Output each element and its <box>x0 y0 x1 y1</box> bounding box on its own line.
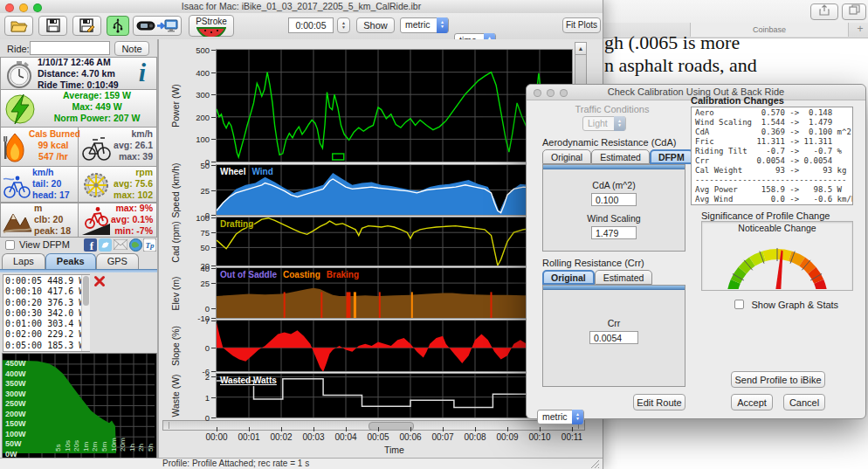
power-norm: Norm Power: 207 W <box>38 113 156 124</box>
show-button[interactable]: Show <box>356 17 395 33</box>
mail-icon[interactable] <box>114 239 127 250</box>
dialog-units-select[interactable]: metric▲▼ <box>537 410 584 424</box>
power-ytick: 100 <box>182 134 210 144</box>
hscroll-thumb[interactable] <box>369 422 414 431</box>
title-bar[interactable]: Isaac for Mac: iBike_01_03_2017_2205_5_k… <box>0 0 603 14</box>
horizontal-scrollbar[interactable] <box>162 420 585 431</box>
crr-input[interactable] <box>589 331 638 344</box>
legend-wasted-watts: Wasted Watts <box>220 376 277 385</box>
cda-tab-dfpm-fit[interactable]: DFPM Fit <box>650 149 693 164</box>
crr-tab-estimated[interactable]: Estimated <box>595 270 653 285</box>
google-earth-icon[interactable] <box>129 238 142 252</box>
trainingpeaks-icon[interactable]: Tp <box>143 238 156 252</box>
crr-tab-original[interactable]: Original <box>542 270 595 285</box>
twitter-icon[interactable] <box>99 238 112 252</box>
open-file-button[interactable] <box>4 16 33 36</box>
tick-mark <box>211 268 216 269</box>
cancel-button[interactable]: Cancel <box>783 394 825 410</box>
dialog-close-button[interactable] <box>534 89 541 97</box>
tick-mark <box>211 139 216 140</box>
peaks-scrollbar[interactable] <box>81 275 90 351</box>
peak-row[interactable]: 0:10:00 163.8 W <box>5 351 87 352</box>
plot-cad[interactable] <box>217 217 572 266</box>
svg-text:Tp: Tp <box>146 241 155 250</box>
speed-unit: km/h <box>109 128 153 140</box>
time-stepper[interactable]: ▲▼ <box>337 17 350 33</box>
tick-mark <box>211 371 216 372</box>
peak-row[interactable]: 0:01:00 303.4 W <box>5 319 87 329</box>
cadence-max: max: 102 <box>111 190 153 201</box>
minimize-button[interactable] <box>19 3 28 12</box>
scroll-up-button[interactable]: ▲ <box>575 43 586 55</box>
note-button[interactable]: Note <box>114 41 149 56</box>
edit-route-button[interactable]: Edit Route <box>633 394 685 410</box>
calibration-row: Avg Power 158.9 -> 98.5 W <box>695 185 849 195</box>
save-button[interactable] <box>38 16 67 36</box>
accept-button[interactable]: Accept <box>731 394 773 410</box>
device-to-computer-button[interactable] <box>133 16 182 36</box>
sidebar-tab-laps[interactable]: Laps <box>2 253 45 269</box>
dialog-minimize-button[interactable] <box>547 89 555 97</box>
speed-axis-label: Speed (km/h) <box>170 162 181 217</box>
elev-axis-label: Elev (m) <box>170 276 181 310</box>
dialog-zoom-button[interactable] <box>560 89 568 97</box>
power-ytick: 300 <box>182 90 210 100</box>
calibration-row: CdA 0.369 -> 0.100 m^2 <box>695 128 849 137</box>
fit-plots-button[interactable]: Fit Plots <box>562 17 601 33</box>
legend-drafting: Drafting <box>220 219 253 229</box>
tick-mark <box>507 427 508 431</box>
tick-mark <box>211 397 216 398</box>
pstroke-button[interactable]: PStroke <box>189 15 234 37</box>
time-window-input[interactable] <box>288 17 334 33</box>
zoom-button[interactable] <box>33 3 42 12</box>
elev-ytick: 40 <box>182 264 210 273</box>
plot-power[interactable] <box>217 50 572 162</box>
ride-name-input[interactable] <box>30 41 110 55</box>
tab-overview-button[interactable] <box>842 3 866 20</box>
wind-scaling-input[interactable] <box>591 226 637 239</box>
delete-peak-button[interactable] <box>93 275 106 287</box>
status-bar: Profile: Profile Attached; rec rate = 1 … <box>0 458 603 469</box>
units-select[interactable]: metric▲▼ <box>400 17 449 33</box>
peak-row[interactable]: 0:00:20 376.3 W <box>5 298 87 308</box>
ride-datetime: 1/10/17 12:46 AM <box>38 57 128 68</box>
peak-row[interactable]: 0:00:30 342.0 W <box>5 308 87 319</box>
show-graph-checkbox[interactable] <box>734 300 744 309</box>
cda-tab-original[interactable]: Original <box>542 149 591 164</box>
cadence-unit: rpm <box>111 167 153 178</box>
cda-input[interactable] <box>591 193 637 206</box>
resize-grip-icon[interactable] <box>590 459 600 469</box>
waste-ytick: 1 <box>182 393 210 403</box>
cad-axis-label: Cad (rpm) <box>170 221 181 262</box>
close-button[interactable] <box>5 3 14 12</box>
traffic-conditions-select[interactable]: Light▲▼ <box>582 116 626 131</box>
legend-wheel: Wheel <box>220 167 245 176</box>
usb-download-button[interactable] <box>107 16 129 36</box>
sidebar-tab-peaks[interactable]: Peaks <box>45 253 96 269</box>
slope-ytick: 0 <box>182 343 210 353</box>
power-summary-box: Average: 159 W Max: 449 W Norm Power: 20… <box>0 89 157 128</box>
stopwatch-icon <box>4 60 34 88</box>
plot-slope[interactable] <box>217 321 572 371</box>
tick-mark <box>346 427 347 431</box>
facebook-icon[interactable]: f <box>84 238 97 252</box>
peak-row[interactable]: 0:00:05 448.9 W <box>5 276 87 286</box>
x-axis-title: Time <box>373 445 417 455</box>
cda-tab-estimated[interactable]: Estimated <box>591 149 650 164</box>
calibration-row: Cal Weight 93 -> 93 kg <box>695 166 849 176</box>
view-dfpm-checkbox[interactable] <box>5 240 15 250</box>
peak-row[interactable]: 0:05:00 185.3 W <box>5 341 87 351</box>
calibration-box: Aero 0.570 -> 0.148Wind Scaling 1.544 ->… <box>691 107 853 205</box>
cals-kcal: 99 kcal <box>29 140 78 151</box>
slope-min: min: -7% <box>111 225 153 237</box>
send-profile-button[interactable]: Send Profile to iBike <box>731 371 825 388</box>
save-as-button[interactable] <box>72 16 101 36</box>
peak-row[interactable]: 0:02:00 229.2 W <box>5 329 87 340</box>
sidebar-tab-gps[interactable]: GPS <box>96 253 139 269</box>
share-button[interactable] <box>810 3 838 20</box>
new-tab-button[interactable]: + <box>852 23 868 37</box>
speed-avg: avg: 26.1 <box>109 140 153 151</box>
peak-row[interactable]: 0:00:10 417.6 W <box>5 286 87 297</box>
slope-max: max: 9% <box>111 203 153 214</box>
units-value: metric <box>405 19 431 30</box>
